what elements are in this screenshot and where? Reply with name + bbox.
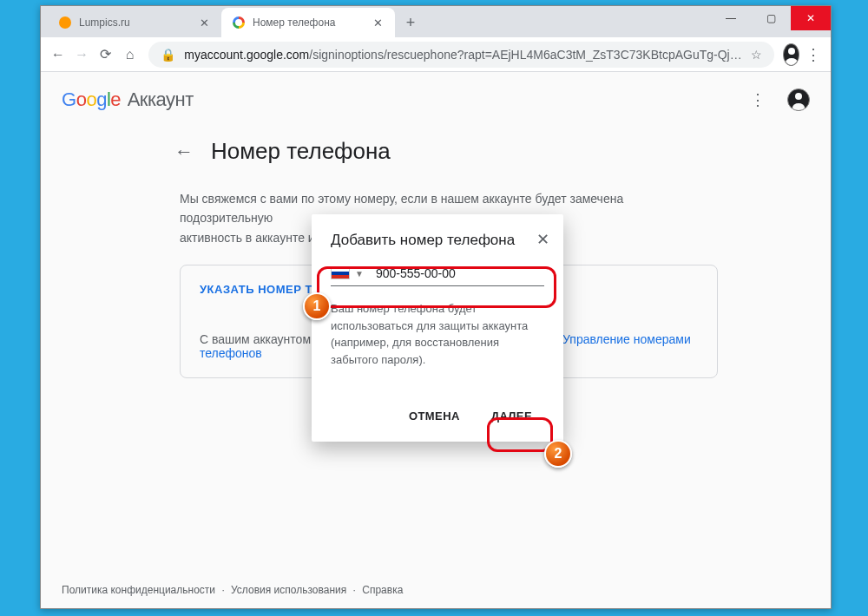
lock-icon: 🔒	[161, 48, 175, 62]
window-controls: — ▢ ✕	[711, 6, 831, 30]
home-button[interactable]: ⌂	[120, 41, 141, 69]
new-tab-button[interactable]: +	[398, 10, 423, 35]
minimize-button[interactable]: —	[711, 6, 751, 30]
favicon-google	[232, 16, 246, 29]
page-content: Google Аккаунт ⋮ ← Номер телефона Мы свя…	[41, 72, 831, 608]
tab-title: Lumpics.ru	[79, 16, 190, 29]
tab-lumpics[interactable]: Lumpics.ru ✕	[48, 8, 221, 37]
favicon-lumpics	[58, 16, 72, 29]
bookmark-star-icon[interactable]: ☆	[751, 48, 762, 62]
add-phone-modal: Добавить номер телефона ✕ ▼ Ваш номер те…	[312, 214, 563, 442]
url-text: myaccount.google.com/signinoptions/rescu…	[184, 48, 741, 62]
tab-strip: Lumpics.ru ✕ Номер телефона ✕ +	[48, 8, 423, 37]
phone-number-input[interactable]	[376, 266, 544, 280]
modal-close-icon[interactable]: ✕	[536, 230, 549, 249]
profile-avatar[interactable]	[783, 43, 800, 66]
phone-input-row: ▼	[331, 263, 544, 286]
maximize-button[interactable]: ▢	[751, 6, 791, 30]
next-button[interactable]: ДАЛЕЕ	[479, 403, 544, 429]
close-button[interactable]: ✕	[791, 6, 831, 30]
url-field[interactable]: 🔒 myaccount.google.com/signinoptions/res…	[148, 42, 773, 68]
tab-phone-number[interactable]: Номер телефона ✕	[221, 8, 395, 37]
modal-title: Добавить номер телефона	[331, 232, 544, 249]
forward-button: →	[72, 41, 93, 69]
modal-actions: ОТМЕНА ДАЛЕЕ	[331, 403, 544, 429]
address-bar: ← → ⟳ ⌂ 🔒 myaccount.google.com/signinopt…	[41, 37, 831, 72]
browser-window: Lumpics.ru ✕ Номер телефона ✕ + — ▢ ✕ ← …	[40, 5, 832, 609]
titlebar: Lumpics.ru ✕ Номер телефона ✕ + — ▢ ✕	[41, 6, 831, 37]
close-icon[interactable]: ✕	[197, 16, 211, 29]
close-icon[interactable]: ✕	[371, 16, 385, 29]
modal-description: Ваш номер телефона будет использоваться …	[331, 300, 544, 368]
country-flag-icon[interactable]	[331, 267, 350, 279]
tab-title: Номер телефона	[253, 16, 364, 29]
reload-button[interactable]: ⟳	[95, 41, 116, 69]
browser-menu-icon[interactable]: ⋮	[803, 45, 824, 64]
back-button[interactable]: ←	[48, 41, 69, 69]
chevron-down-icon[interactable]: ▼	[355, 269, 364, 279]
cancel-button[interactable]: ОТМЕНА	[397, 403, 472, 429]
